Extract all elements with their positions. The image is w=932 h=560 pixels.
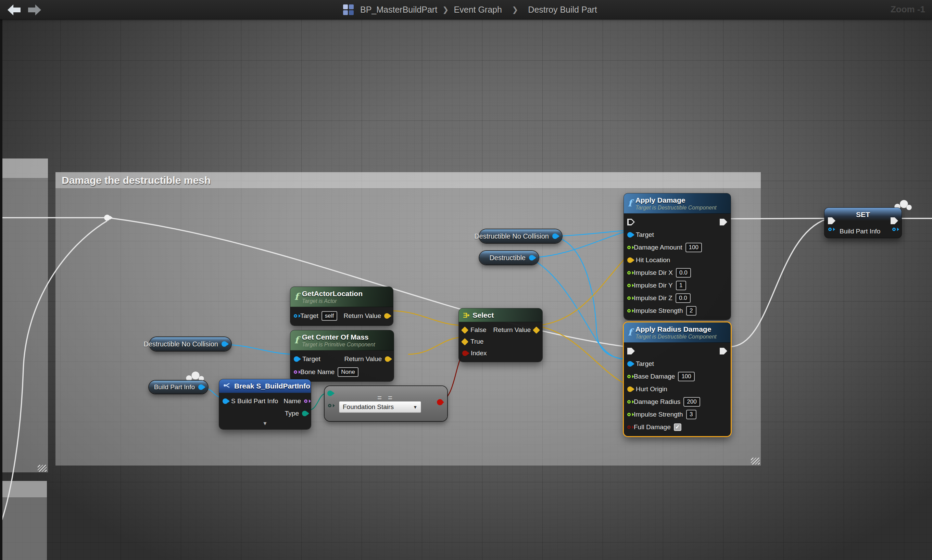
object-pin[interactable] <box>223 398 228 404</box>
node-header[interactable]: fApply DamageTarget is Destructible Comp… <box>624 194 731 214</box>
value-input[interactable]: None <box>337 367 359 377</box>
back-arrow-icon[interactable] <box>8 5 20 15</box>
object-pin[interactable] <box>294 356 299 362</box>
vector-pin[interactable] <box>627 386 633 392</box>
value-input[interactable]: 100 <box>678 372 695 381</box>
variable-pill-destructible[interactable]: Destructible <box>479 251 539 265</box>
enum-input-pin[interactable] <box>327 391 333 396</box>
vector-pin[interactable] <box>627 257 633 263</box>
wire-obj-pill-to-gcom[interactable] <box>225 345 295 354</box>
pin-row: Impulse Strength3 <box>624 408 731 421</box>
name-pin[interactable] <box>294 370 297 374</box>
pin-label: Impulse Strength <box>634 307 683 315</box>
forward-arrow-icon[interactable] <box>28 5 41 15</box>
wire-exec-damage-to-set[interactable] <box>730 218 827 219</box>
float-pin[interactable] <box>627 309 631 312</box>
object-pin[interactable] <box>294 314 297 318</box>
collapse-arrow-icon[interactable]: ▼ <box>219 420 311 426</box>
node-header[interactable]: fGetActorLocationTarget is Actor <box>290 287 393 307</box>
pin-label: Return Value <box>344 355 382 363</box>
bool-output-pin[interactable] <box>437 399 443 405</box>
value-input[interactable]: 1 <box>676 281 686 290</box>
exec-output-pin[interactable] <box>720 219 727 226</box>
breadcrumb-root[interactable]: BP_MasterBuildPart <box>360 5 437 15</box>
node-select[interactable]: Ǝ•SelectFalseReturn ValueTrueIndex <box>459 308 542 362</box>
vector-pin[interactable] <box>533 326 540 334</box>
float-pin[interactable] <box>627 271 631 274</box>
wire-obj-dnc-to-damage[interactable] <box>555 230 627 236</box>
reroute-pin-tail <box>110 215 112 220</box>
pin-row: Type <box>219 407 311 420</box>
pin-label: Target <box>636 360 654 368</box>
node-header[interactable]: Ǝ•Select <box>459 308 542 322</box>
node-subtitle: Target is Destructible Component <box>635 205 716 211</box>
wire-exec-branch-down[interactable] <box>0 221 107 525</box>
exec-input-pin[interactable] <box>627 348 635 355</box>
float-pin[interactable] <box>627 375 631 378</box>
function-icon: f <box>294 293 299 301</box>
wire-vec-gal-to-select[interactable] <box>393 311 462 326</box>
value-input[interactable]: 0.0 <box>676 293 691 303</box>
wire-exec-radius-to-set[interactable] <box>730 219 827 347</box>
variable-pill-destructible-no-collision[interactable]: Destructible No Collision <box>479 229 562 243</box>
wire-vec-select-to-damage[interactable] <box>537 256 627 326</box>
float-pin[interactable] <box>627 400 631 403</box>
value-input[interactable]: 3 <box>686 410 696 419</box>
wire-vec-select-to-radius[interactable] <box>537 326 627 385</box>
exec-input-pin[interactable] <box>627 219 635 226</box>
object-output-pin[interactable] <box>552 234 558 239</box>
breadcrumb-graph[interactable]: Event Graph <box>454 5 502 15</box>
value-input[interactable]: 0.0 <box>676 268 691 278</box>
vector-pin[interactable] <box>384 313 390 319</box>
enum-dropdown[interactable]: Foundation Stairs ▼ <box>339 401 421 413</box>
object-output-pin[interactable] <box>222 341 227 347</box>
node-get-center-of-mass[interactable]: fGet Center Of MassTarget is Primitive C… <box>290 330 394 381</box>
vector-pin[interactable] <box>461 338 468 345</box>
node-subtitle: Target is Destructible Component <box>635 334 716 340</box>
pin-row: TargetReturn Value <box>290 352 394 366</box>
object-pin[interactable] <box>627 232 633 238</box>
reroute-node[interactable] <box>104 215 110 221</box>
value-input[interactable]: 100 <box>686 243 702 252</box>
node-break-s-buildpartinfo[interactable]: Break S_BuildPartInfoS Build Part InfoNa… <box>219 379 311 429</box>
node-apply-damage[interactable]: fApply DamageTarget is Destructible Comp… <box>624 194 731 320</box>
node-set-build-part-info[interactable]: SET Build Part Info <box>824 208 901 238</box>
object-output-pin[interactable] <box>529 255 535 260</box>
exec-output-pin[interactable] <box>720 348 727 355</box>
enum-pin[interactable] <box>302 411 308 416</box>
node-apply-radius-damage[interactable]: fApply Radius DamageTarget is Destructib… <box>624 322 731 436</box>
object-input-pin[interactable] <box>828 228 832 231</box>
value-input[interactable]: 2 <box>686 306 696 315</box>
float-pin[interactable] <box>627 246 631 249</box>
node-header[interactable]: fApply Radius DamageTarget is Destructib… <box>624 322 731 343</box>
variable-pill-destructible-no-collision-left[interactable]: Destructible No Collision <box>149 337 231 351</box>
pin-label: Damage Radius <box>634 398 680 406</box>
breadcrumb-subgraph[interactable]: Destroy Build Part <box>528 5 597 15</box>
float-pin[interactable] <box>627 284 631 287</box>
checkbox-checked[interactable]: ✓ <box>674 423 681 431</box>
object-pin[interactable] <box>627 361 633 366</box>
object-output-pin[interactable] <box>198 385 204 390</box>
float-pin[interactable] <box>627 297 631 300</box>
zoom-level-label: Zoom -1 <box>890 4 925 15</box>
wire-vec-gcom-to-select[interactable] <box>408 337 462 354</box>
node-title: Apply Radius Damage <box>635 325 716 334</box>
enum-input-pin-b[interactable] <box>328 404 331 407</box>
vector-pin[interactable] <box>461 326 468 334</box>
node-equal-enum[interactable]: = = Foundation Stairs ▼ <box>325 386 447 421</box>
bool-pin[interactable] <box>627 426 631 429</box>
node-header[interactable]: Break S_BuildPartInfo <box>219 379 311 393</box>
blueprint-graph-canvas[interactable]: Damage the destructible mesh Destructibl… <box>0 0 932 560</box>
value-input[interactable]: self <box>322 311 337 321</box>
vector-pin[interactable] <box>385 356 390 362</box>
variable-pill-build-part-info[interactable]: Build Part Info <box>149 381 208 394</box>
node-get-actor-location[interactable]: fGetActorLocationTarget is ActorTargetse… <box>290 287 393 326</box>
float-pin[interactable] <box>627 413 631 416</box>
value-input[interactable]: 200 <box>683 397 700 407</box>
name-pin[interactable] <box>304 400 308 403</box>
index-pin[interactable] <box>462 351 468 356</box>
pin-label: Return Value <box>493 326 531 334</box>
function-icon: f <box>628 199 632 208</box>
object-output-pin[interactable] <box>892 228 896 231</box>
node-header[interactable]: fGet Center Of MassTarget is Primitive C… <box>290 330 394 351</box>
